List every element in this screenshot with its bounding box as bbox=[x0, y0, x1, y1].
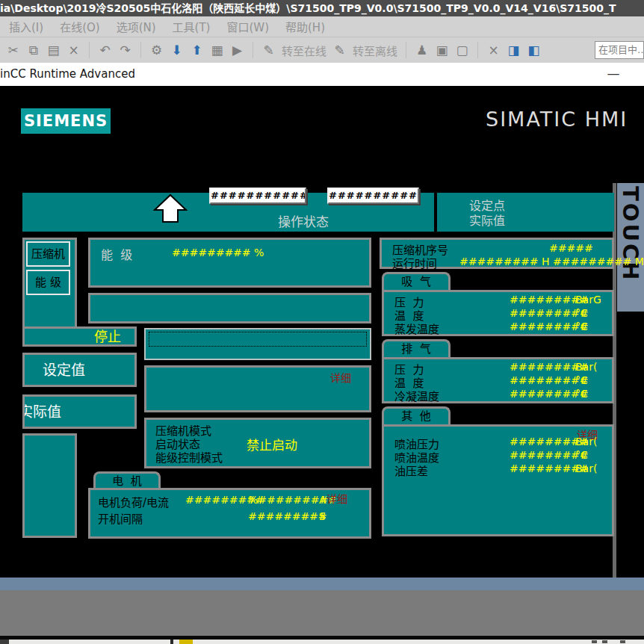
empty-panel bbox=[88, 293, 371, 323]
go-online-button[interactable]: 转至在线 bbox=[282, 43, 326, 58]
toolbar-separator bbox=[89, 42, 90, 58]
copy-icon[interactable]: ⧉ bbox=[26, 43, 40, 58]
menu-window[interactable]: 窗口(W) bbox=[226, 19, 269, 34]
setpoint-button[interactable]: 设定值 bbox=[22, 353, 137, 387]
undo-icon[interactable]: ↶ bbox=[98, 43, 112, 58]
io-field-left[interactable]: ############# bbox=[209, 188, 306, 204]
tab-others: 其 他 bbox=[382, 406, 451, 425]
go-online-pen-icon[interactable]: ✎ bbox=[261, 43, 276, 58]
upload-from-device-icon[interactable]: ⬆ bbox=[190, 43, 204, 58]
start-interval-value: ######### bbox=[248, 510, 327, 522]
energy-control-mode-label: 能级控制模式 bbox=[155, 449, 223, 465]
compile-icon[interactable]: ⚙ bbox=[149, 43, 164, 58]
run-time-value: ######### H ######### Min bbox=[459, 256, 644, 267]
device-icon[interactable]: ▦ bbox=[210, 43, 224, 58]
taskbar-start-sliver bbox=[0, 640, 9, 644]
io-field-right[interactable]: ############# bbox=[327, 188, 419, 204]
energy-input-panel bbox=[144, 328, 371, 360]
menu-help[interactable]: 帮助(H) bbox=[285, 19, 325, 34]
menu-tools[interactable]: 工具(T) bbox=[173, 19, 211, 34]
window-bottom-accent bbox=[0, 578, 644, 590]
go-offline-button[interactable]: 转至离线 bbox=[353, 43, 397, 58]
toolbar-separator bbox=[477, 42, 478, 58]
motor-current-unit: A bbox=[319, 494, 326, 506]
compressor-info-panel: 压缩机序号 ##### 运行时间 ######### H ######### M… bbox=[380, 238, 614, 269]
detail-panel: 详细 bbox=[144, 365, 371, 412]
taskbar-app-sliver bbox=[179, 640, 193, 644]
suction-panel: 压 力 ######### BarG 温 度 ######### °C 蒸发温度… bbox=[382, 290, 614, 336]
taskbar-tray-mark bbox=[620, 640, 625, 643]
compressor-serial-value: ##### bbox=[549, 242, 593, 254]
nav-up-arrow-button[interactable] bbox=[153, 193, 188, 223]
suction-pressure-unit: BarG bbox=[575, 294, 601, 306]
toolbar-separator bbox=[140, 42, 141, 58]
energy-level-label: 能 级 bbox=[101, 245, 132, 263]
oil-injection-temp-unit: °C bbox=[575, 449, 588, 461]
menu-options[interactable]: 选项(N) bbox=[117, 19, 156, 34]
taskbar-tray-mark bbox=[592, 640, 597, 643]
delete-icon[interactable]: × bbox=[66, 43, 81, 58]
start-runtime-icon[interactable]: ▶ bbox=[230, 43, 244, 58]
runtime-title: inCC Runtime Advanced bbox=[0, 67, 135, 81]
start-interval-label: 开机间隔 bbox=[98, 510, 143, 526]
menu-insert[interactable]: 插入(I) bbox=[9, 19, 43, 34]
menu-online[interactable]: 在线(O) bbox=[60, 19, 100, 34]
siemens-logo: SIEMENS bbox=[21, 108, 111, 134]
split-horizontal-icon[interactable]: ◨ bbox=[507, 43, 521, 58]
discharge-panel: 压 力 ######### Bar( 温 度 ######### °C 冷凝温度… bbox=[382, 357, 614, 403]
others-panel: 详细 喷油压力 ######### Bar( 喷油温度 ######### °C… bbox=[382, 424, 614, 536]
discharge-temp-unit: °C bbox=[575, 374, 588, 386]
detail-button[interactable]: 详细 bbox=[330, 370, 351, 385]
paste-icon[interactable]: ▤ bbox=[46, 43, 61, 58]
start-interval-unit: S bbox=[319, 510, 326, 522]
sidebar-lower-column bbox=[22, 433, 77, 538]
energy-input-field[interactable] bbox=[149, 332, 367, 347]
taskbar-tray-mark bbox=[602, 640, 607, 643]
cut-icon[interactable]: ✂ bbox=[6, 43, 20, 58]
show-window-icon[interactable]: ▣ bbox=[435, 43, 449, 58]
oil-pressure-diff-label: 油压差 bbox=[394, 462, 428, 478]
window-title-bar: ia\Desktop\2019冷S20505中石化洛阳（陕西延长中煤）\S715… bbox=[0, 0, 644, 16]
simatic-hmi-label: SIMATIC HMI bbox=[486, 108, 628, 131]
up-arrow-icon bbox=[153, 193, 188, 223]
start-status-value: 禁止启动 bbox=[247, 435, 297, 453]
evaporation-temp-unit: °C bbox=[575, 321, 588, 332]
redo-icon[interactable]: ↷ bbox=[118, 43, 132, 58]
mode-panel: 压缩机模式 启动状态 禁止启动 能级控制模式 bbox=[144, 418, 371, 468]
status-bar-right bbox=[437, 193, 614, 232]
oil-pressure-diff-unit: Bar( bbox=[575, 462, 597, 474]
close-window-icon[interactable]: × bbox=[486, 43, 501, 58]
toolbar-separator bbox=[253, 42, 253, 58]
compressor-state-indicator: 停止 bbox=[22, 326, 137, 347]
tab-suction: 吸 气 bbox=[382, 272, 451, 291]
suction-temp-unit: °C bbox=[575, 307, 588, 319]
toolbar: ✂ ⧉ ▤ × ↶ ↷ ⚙ ⬇ ⬆ ▦ ▶ ✎ 转至在线 ✎ 转至离线 ♟ ▣ … bbox=[0, 37, 644, 63]
actual-value-button[interactable]: 实际值 bbox=[22, 394, 137, 429]
motor-load-current-label: 电机负荷/电流 bbox=[98, 494, 169, 510]
accessible-devices-icon[interactable]: ♟ bbox=[415, 43, 429, 58]
motor-panel: 电机负荷/电流 ######### %######### A 详细 开机间隔 #… bbox=[88, 488, 371, 539]
screen-title: 操作状态 bbox=[278, 211, 329, 230]
evaporation-temp-label: 蒸发温度 bbox=[394, 321, 439, 336]
condensing-temp-label: 冷凝温度 bbox=[394, 388, 439, 403]
menu-bar: 插入(I) 在线(O) 选项(N) 工具(T) 窗口(W) 帮助(H) bbox=[0, 16, 644, 37]
actual-legend: 实际值 bbox=[469, 211, 505, 229]
energy-level-value: ######### % bbox=[172, 247, 264, 258]
download-to-device-icon[interactable]: ⬇ bbox=[170, 43, 184, 58]
run-time-label: 运行时间 bbox=[392, 255, 437, 270]
tab-energy-level[interactable]: 能 级 bbox=[26, 270, 70, 295]
screen: ia\Desktop\2019冷S20505中石化洛阳（陕西延长中煤）\S715… bbox=[0, 0, 644, 644]
tab-discharge: 排 气 bbox=[382, 339, 451, 358]
motor-detail-button[interactable]: 详细 bbox=[326, 491, 347, 506]
hide-window-icon[interactable]: ▢ bbox=[455, 43, 469, 58]
search-in-project-input[interactable]: 在项目中… bbox=[595, 41, 644, 59]
touch-bezel-label: TOUCH bbox=[617, 183, 644, 312]
window-title: ia\Desktop\2019冷S20505中石化洛阳（陕西延长中煤）\S715… bbox=[0, 2, 616, 14]
minimize-button[interactable]: — bbox=[602, 63, 625, 86]
tab-compressor[interactable]: 压缩机 bbox=[26, 241, 70, 267]
go-offline-pen-icon[interactable]: ✎ bbox=[332, 43, 347, 58]
taskbar-edge bbox=[0, 640, 644, 644]
split-vertical-icon[interactable]: ◧ bbox=[527, 43, 541, 58]
taskbar-divider bbox=[170, 640, 173, 644]
window-bottom-frame bbox=[0, 590, 644, 636]
